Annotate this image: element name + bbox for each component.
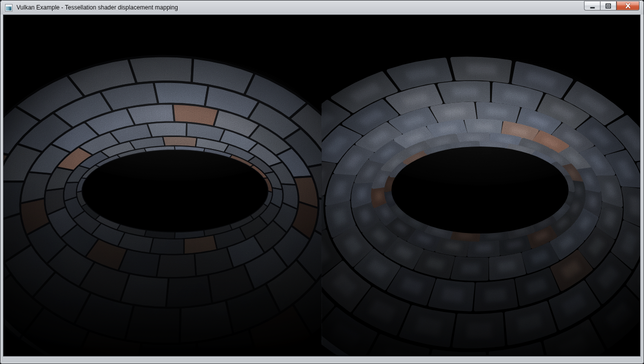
app-icon bbox=[5, 4, 12, 12]
light-mottle-overlay bbox=[4, 15, 640, 356]
application-window: Vulkan Example - Tessellation shader dis… bbox=[0, 0, 644, 364]
close-button[interactable] bbox=[616, 1, 640, 10]
title-bar[interactable]: Vulkan Example - Tessellation shader dis… bbox=[0, 0, 644, 14]
window-controls bbox=[584, 1, 640, 10]
close-icon bbox=[624, 2, 632, 9]
maximize-button[interactable] bbox=[600, 1, 616, 10]
scene-svg[interactable] bbox=[4, 15, 640, 356]
maximize-icon bbox=[605, 3, 612, 9]
minimize-icon bbox=[590, 3, 596, 9]
minimize-button[interactable] bbox=[584, 1, 600, 10]
window-title: Vulkan Example - Tessellation shader dis… bbox=[16, 4, 178, 11]
render-viewport[interactable] bbox=[4, 15, 640, 356]
